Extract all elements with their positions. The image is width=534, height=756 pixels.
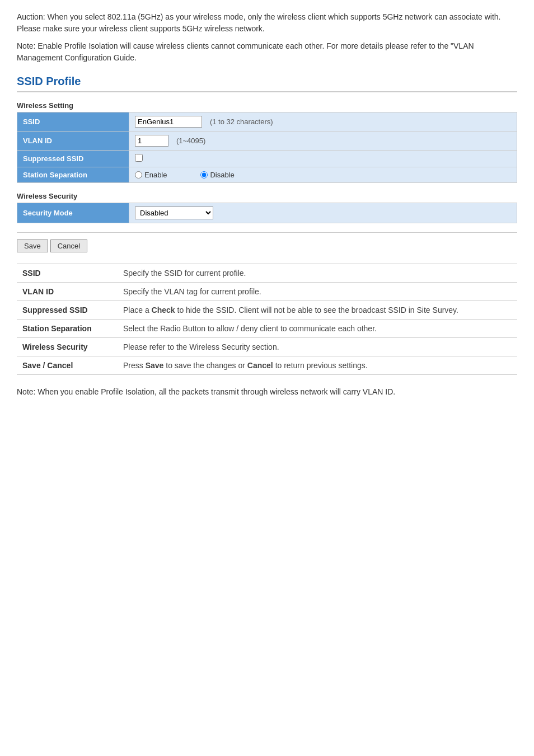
wireless-setting-label: Wireless Setting — [17, 101, 517, 110]
ssid-label: SSID — [17, 112, 129, 132]
desc-wireless-security-desc: Please refer to the Wireless Security se… — [118, 338, 517, 356]
cancel-button[interactable]: Cancel — [50, 240, 87, 252]
desc-ssid-row: SSID Specify the SSID for current profil… — [17, 264, 517, 283]
station-separation-row: Station Separation Enable Disable — [17, 167, 517, 183]
desc-vlanid-term: VLAN ID — [17, 283, 118, 301]
save-button[interactable]: Save — [17, 240, 48, 252]
footer-note: Note: When you enable Profile Isolation,… — [17, 386, 517, 398]
security-mode-select[interactable]: Disabled WEP WPA-Personal WPA-Enterprise — [135, 206, 213, 219]
intro-paragraph2: Note: Enable Profile Isolation will caus… — [17, 40, 517, 64]
disable-label: Disable — [210, 171, 234, 179]
desc-save-cancel-row: Save / Cancel Press Save to save the cha… — [17, 356, 517, 375]
desc-ssid-desc: Specify the SSID for current profile. — [118, 264, 517, 283]
vlanid-value-cell: (1~4095) — [129, 132, 517, 151]
suppressed-ssid-label: Suppressed SSID — [17, 151, 129, 167]
wireless-security-label: Wireless Security — [17, 192, 517, 200]
desc-suppressed-ssid-row: Suppressed SSID Place a Check to hide th… — [17, 301, 517, 320]
station-separation-radio-group: Enable Disable — [135, 171, 511, 179]
suppressed-ssid-checkbox[interactable] — [135, 154, 143, 162]
desc-save-cancel-desc: Press Save to save the changes or Cancel… — [118, 356, 517, 375]
description-table: SSID Specify the SSID for current profil… — [17, 264, 517, 375]
security-mode-value-cell: Disabled WEP WPA-Personal WPA-Enterprise — [129, 203, 517, 223]
ssid-hint: (1 to 32 characters) — [210, 118, 273, 126]
disable-option[interactable]: Disable — [200, 171, 234, 179]
vlanid-label: VLAN ID — [17, 132, 129, 151]
security-mode-row: Security Mode Disabled WEP WPA-Personal … — [17, 203, 517, 223]
enable-radio[interactable] — [135, 171, 142, 179]
ssid-input[interactable] — [135, 116, 202, 128]
button-row: Save Cancel — [17, 240, 517, 252]
desc-wireless-security-term: Wireless Security — [17, 338, 118, 356]
desc-station-sep-row: Station Separation Select the Radio Butt… — [17, 320, 517, 338]
desc-station-sep-desc: Select the Radio Button to allow / deny … — [118, 320, 517, 338]
suppressed-ssid-value-cell — [129, 151, 517, 167]
vlanid-input[interactable] — [135, 135, 168, 147]
station-separation-value-cell: Enable Disable — [129, 167, 517, 183]
desc-station-sep-term: Station Separation — [17, 320, 118, 338]
desc-suppressed-ssid-term: Suppressed SSID — [17, 301, 118, 320]
desc-wireless-security-row: Wireless Security Please refer to the Wi… — [17, 338, 517, 356]
station-separation-label: Station Separation — [17, 167, 129, 183]
desc-vlanid-desc: Specify the VLAN tag for current profile… — [118, 283, 517, 301]
suppressed-ssid-row: Suppressed SSID — [17, 151, 517, 167]
desc-save-cancel-term: Save / Cancel — [17, 356, 118, 375]
intro-paragraph1: Auction: When you select 802.11a (5GHz) … — [17, 11, 517, 35]
disable-radio[interactable] — [200, 171, 208, 179]
wireless-setting-table: SSID (1 to 32 characters) VLAN ID (1~409… — [17, 112, 517, 183]
ssid-row: SSID (1 to 32 characters) — [17, 112, 517, 132]
desc-ssid-term: SSID — [17, 264, 118, 283]
vlanid-hint: (1~4095) — [176, 137, 205, 145]
desc-vlanid-row: VLAN ID Specify the VLAN tag for current… — [17, 283, 517, 301]
security-mode-label: Security Mode — [17, 203, 129, 223]
vlanid-row: VLAN ID (1~4095) — [17, 132, 517, 151]
ssid-value-cell: (1 to 32 characters) — [129, 112, 517, 132]
divider — [17, 232, 517, 233]
section-title: SSID Profile — [17, 75, 517, 92]
wireless-security-table: Security Mode Disabled WEP WPA-Personal … — [17, 203, 517, 223]
enable-option[interactable]: Enable — [135, 171, 167, 179]
desc-suppressed-ssid-desc: Place a Check to hide the SSID. Client w… — [118, 301, 517, 320]
enable-label: Enable — [144, 171, 167, 179]
